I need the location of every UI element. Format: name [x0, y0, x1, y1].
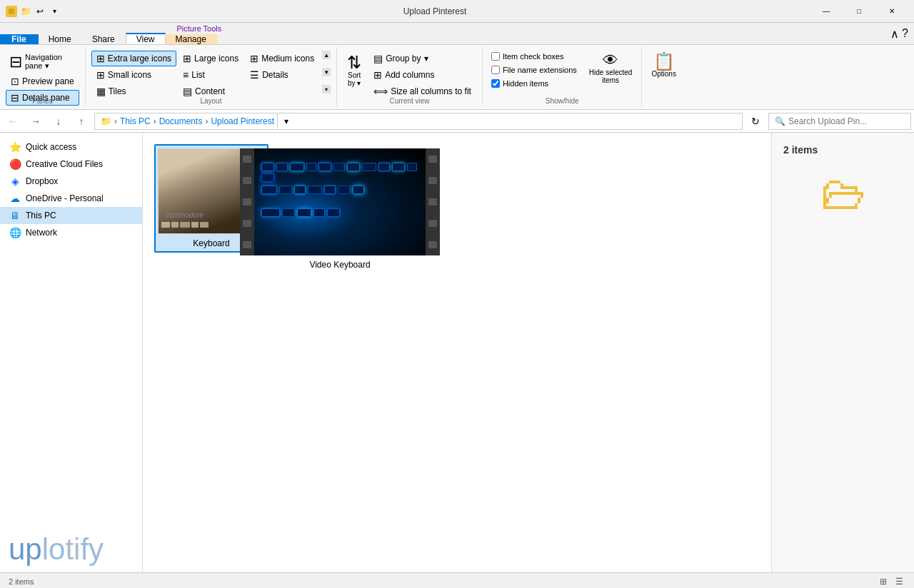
- item-count: 2 items: [783, 144, 903, 156]
- options-label: Options: [651, 70, 676, 78]
- add-columns-button[interactable]: ⊞ Add columns: [368, 67, 476, 83]
- preview-pane-icon: ⊡: [11, 76, 19, 87]
- refresh-button[interactable]: ↻: [745, 111, 765, 131]
- svg-rect-1: [9, 9, 14, 14]
- this-pc-label: This PC: [26, 211, 56, 220]
- ribbon-group-options: 📋 Options: [642, 48, 685, 106]
- layout-scroll-down[interactable]: ▼: [322, 68, 331, 76]
- dropbox-icon: ◈: [9, 176, 21, 187]
- options-button[interactable]: 📋 Options: [648, 51, 679, 80]
- preview-pane-label: Preview pane: [22, 76, 74, 86]
- large-icons-view-button[interactable]: ⊞: [877, 575, 890, 588]
- file-grid: commodore Keyboard: [154, 144, 760, 274]
- content-area: commodore Keyboard: [143, 133, 771, 572]
- panes-content: ⊟ Navigationpane ▾ ⊡ Preview pane ⊟ Deta…: [6, 48, 79, 117]
- extra-large-icons-button[interactable]: ⊞ Extra large icons: [91, 51, 176, 66]
- this-pc-icon: 🖥: [9, 210, 21, 221]
- quick-access-icon[interactable]: 📁: [20, 6, 31, 17]
- hide-selected-label: Hide selected items: [589, 69, 633, 84]
- quick-access-icon: ⭐: [9, 141, 21, 153]
- nav-item-quick-access[interactable]: ⭐ Quick access: [0, 138, 142, 156]
- group-by-icon: ▤: [373, 53, 383, 64]
- preview-pane-button[interactable]: ⊡ Preview pane: [6, 74, 79, 89]
- maximize-button[interactable]: □: [843, 0, 875, 23]
- ribbon-group-panes: ⊟ Navigationpane ▾ ⊡ Preview pane ⊟ Deta…: [0, 48, 86, 106]
- path-this-pc[interactable]: This PC: [120, 116, 151, 126]
- minimize-button[interactable]: —: [810, 0, 843, 23]
- options-content: 📋 Options: [648, 48, 679, 106]
- medium-icons-label: Medium icons: [261, 54, 314, 64]
- sort-by-button[interactable]: ⇅ Sortby ▾: [343, 51, 366, 89]
- file-name-extensions-row[interactable]: File name extensions: [488, 64, 580, 76]
- group-by-button[interactable]: ▤ Group by ▾: [368, 51, 476, 66]
- title-bar: 📁 ↩ ▾ Upload Pinterest — □ ✕: [0, 0, 914, 23]
- keyboard-label: Keyboard: [193, 238, 229, 248]
- medium-icons-button[interactable]: ⊞ Medium icons: [245, 51, 319, 66]
- hidden-items-label: Hidden items: [503, 79, 548, 88]
- dropbox-label: Dropbox: [26, 176, 58, 186]
- add-columns-icon: ⊞: [373, 69, 382, 81]
- details-view-button[interactable]: ☰: [893, 575, 905, 588]
- tab-manage[interactable]: Manage: [166, 34, 217, 44]
- address-dropdown-button[interactable]: ▾: [277, 113, 294, 130]
- nav-item-dropbox[interactable]: ◈ Dropbox: [0, 173, 142, 190]
- search-input[interactable]: [788, 116, 905, 126]
- list-button[interactable]: ≡ List: [178, 67, 243, 83]
- tab-file[interactable]: File: [0, 34, 39, 44]
- ribbon-collapse-icon[interactable]: ∧: [890, 27, 899, 41]
- quick-access-label: Quick access: [26, 142, 76, 152]
- nav-item-network[interactable]: 🌐 Network: [0, 224, 142, 241]
- path-sep-2: ›: [154, 116, 156, 126]
- nav-item-this-pc[interactable]: 🖥 This PC: [0, 207, 142, 224]
- window-controls: — □ ✕: [810, 0, 908, 23]
- navigation-pane-button[interactable]: ⊟ Navigationpane ▾: [6, 51, 70, 73]
- nav-item-creative-cloud[interactable]: 🔴 Creative Cloud Files: [0, 156, 142, 173]
- hidden-items-checkbox[interactable]: [491, 79, 500, 88]
- group-by-label: Group by: [386, 54, 421, 64]
- hidden-items-row[interactable]: Hidden items: [488, 78, 580, 89]
- file-name-extensions-checkbox[interactable]: [491, 66, 500, 74]
- search-box[interactable]: 🔍: [768, 113, 911, 130]
- layout-label: Layout: [86, 97, 336, 105]
- details-button[interactable]: ☰ Details: [245, 67, 319, 83]
- sort-by-icon: ⇅: [347, 54, 361, 71]
- close-button[interactable]: ✕: [875, 0, 908, 23]
- hide-selected-items-button[interactable]: 👁 Hide selected items: [586, 51, 636, 86]
- help-icon[interactable]: ?: [902, 27, 908, 40]
- tab-share[interactable]: Share: [82, 34, 126, 44]
- address-path[interactable]: 📁 › This PC › Documents › Upload Pintere…: [94, 113, 743, 130]
- item-checkboxes-checkbox[interactable]: [491, 52, 500, 61]
- onedrive-label: OneDrive - Personal: [26, 193, 104, 203]
- path-upload-pinterest[interactable]: Upload Pinterest: [211, 116, 274, 126]
- nav-item-onedrive[interactable]: ☁ OneDrive - Personal: [0, 190, 142, 207]
- creative-cloud-icon: 🔴: [9, 158, 21, 170]
- tab-view[interactable]: View: [126, 33, 166, 44]
- sort-by-label: Sortby ▾: [348, 71, 361, 87]
- onedrive-icon: ☁: [9, 193, 21, 204]
- medium-icons-icon: ⊞: [250, 53, 258, 64]
- window-title: Upload Pinterest: [60, 6, 810, 16]
- dropdown-icon[interactable]: ▾: [49, 6, 60, 17]
- status-item-count: 2 items: [9, 577, 34, 586]
- main-layout: ⭐ Quick access 🔴 Creative Cloud Files ◈ …: [0, 133, 914, 572]
- list-icon: ≡: [183, 69, 189, 81]
- layout-scroll-more[interactable]: ▾: [322, 85, 331, 93]
- undo-icon[interactable]: ↩: [34, 6, 46, 17]
- ribbon-group-show-hide: Item check boxes File name extensions Hi…: [483, 48, 643, 106]
- file-item-video-keyboard[interactable]: Video Keyboard: [283, 144, 397, 274]
- tab-home[interactable]: Home: [39, 34, 82, 44]
- small-icons-button[interactable]: ⊞ Small icons: [91, 67, 176, 83]
- details-pane: 2 items 🗁: [771, 133, 914, 572]
- navigation-pane: ⭐ Quick access 🔴 Creative Cloud Files ◈ …: [0, 133, 143, 572]
- path-documents[interactable]: Documents: [159, 116, 203, 126]
- item-checkboxes-row[interactable]: Item check boxes: [488, 51, 580, 62]
- size-all-columns-icon: ⟺: [373, 86, 388, 97]
- layout-scroll-up[interactable]: ▲: [322, 51, 331, 59]
- large-icons-button[interactable]: ⊞ Large icons: [178, 51, 243, 66]
- navigation-pane-label: Navigationpane ▾: [25, 53, 62, 71]
- small-icons-label: Small icons: [108, 70, 151, 80]
- add-columns-label: Add columns: [385, 70, 434, 80]
- video-keyboard-thumbnail: [240, 148, 440, 255]
- ribbon-group-current-view: ⇅ Sortby ▾ ▤ Group by ▾ ⊞ Add columns: [337, 48, 483, 106]
- status-bar: 2 items ⊞ ☰: [0, 572, 914, 588]
